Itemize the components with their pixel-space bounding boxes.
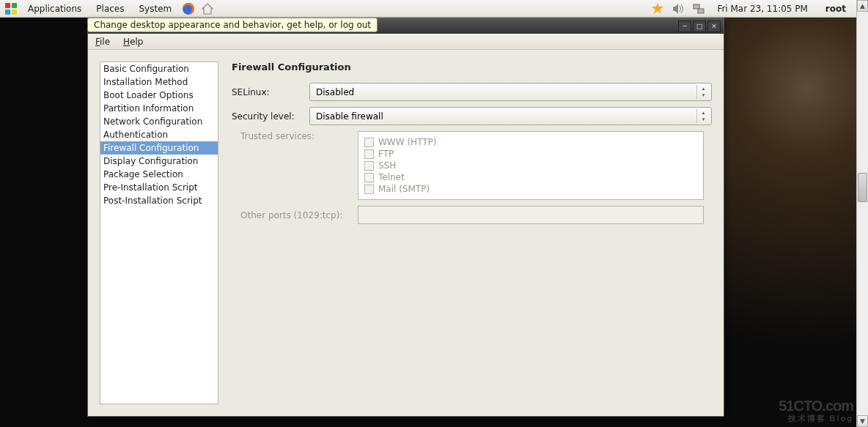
trusted-service-label: Telnet [378, 172, 405, 182]
svg-rect-1 [12, 3, 17, 8]
config-sidebar: Basic ConfigurationInstallation MethodBo… [100, 62, 218, 404]
panel-menu-applications[interactable]: Applications [23, 2, 86, 15]
trusted-service-telnet: Telnet [364, 171, 697, 183]
content-pane: Firewall Configuration SELinux: Disabled… [232, 62, 712, 404]
window-menubar: File Help [88, 34, 724, 50]
checkbox-icon [364, 149, 374, 159]
trusted-services-box: WWW (HTTP)FTPSSHTelnetMail (SMTP) [358, 131, 704, 200]
checkbox-icon [364, 173, 374, 182]
kickstart-configurator-window: rt Configurator ─ □ ✕ File Help Basic Co… [87, 18, 724, 417]
panel-menu-places[interactable]: Places [92, 2, 128, 15]
sidebar-item-partition-information[interactable]: Partition Information [100, 102, 218, 115]
chevron-updown-icon: ▴▾ [696, 109, 710, 123]
svg-rect-5 [694, 4, 699, 9]
trusted-services-label: Trusted services: [240, 131, 352, 200]
system-menu-tooltip: Change desktop appearance and behavior, … [87, 18, 378, 32]
trusted-service-label: SSH [378, 160, 396, 171]
network-icon[interactable] [692, 2, 705, 15]
trusted-service-label: Mail (SMTP) [378, 184, 430, 194]
trusted-service-mail-smtp-: Mail (SMTP) [364, 183, 697, 195]
panel-menu-system[interactable]: System [134, 2, 176, 15]
watermark: 51CTO.com 技术博客 Blog [779, 398, 853, 423]
firefox-icon[interactable] [182, 2, 195, 15]
trusted-service-ftp: FTP [364, 148, 697, 160]
scroll-down-icon[interactable]: ▼ [857, 415, 868, 427]
menu-help[interactable]: Help [120, 35, 146, 48]
security-level-value: Disable firewall [316, 111, 383, 122]
selinux-label: SELinux: [232, 87, 304, 97]
selinux-dropdown[interactable]: Disabled ▴▾ [309, 83, 712, 101]
other-ports-input [358, 206, 704, 224]
sidebar-item-boot-loader-options[interactable]: Boot Loader Options [100, 89, 218, 102]
security-level-label: Security level: [232, 111, 304, 122]
svg-rect-3 [12, 10, 17, 15]
close-button[interactable]: ✕ [707, 21, 721, 32]
scrollbar-thumb[interactable] [858, 173, 867, 202]
selinux-value: Disabled [316, 87, 354, 97]
gnome-main-icon[interactable] [4, 2, 18, 15]
svg-rect-6 [698, 9, 704, 13]
sidebar-item-firewall-configuration[interactable]: Firewall Configuration [100, 141, 218, 155]
home-icon[interactable] [201, 2, 214, 15]
menu-file[interactable]: File [92, 35, 113, 48]
sidebar-item-display-configuration[interactable]: Display Configuration [100, 155, 218, 168]
sidebar-item-installation-method[interactable]: Installation Method [100, 75, 218, 89]
checkbox-icon [364, 138, 374, 147]
svg-rect-0 [5, 3, 10, 8]
volume-icon[interactable] [672, 2, 685, 15]
chevron-updown-icon: ▴▾ [696, 85, 710, 99]
sidebar-item-basic-configuration[interactable]: Basic Configuration [100, 62, 218, 75]
sidebar-item-post-installation-script[interactable]: Post-Installation Script [100, 194, 218, 207]
trusted-service-label: FTP [378, 149, 394, 159]
gnome-top-panel: Applications Places System Fri Mar 23, 1… [0, 0, 856, 18]
panel-user[interactable]: root [820, 4, 852, 14]
checkbox-icon [364, 161, 374, 171]
scrollbar-track[interactable] [857, 12, 868, 415]
sidebar-item-authentication[interactable]: Authentication [100, 128, 218, 141]
trusted-service-label: WWW (HTTP) [378, 137, 436, 147]
maximize-button[interactable]: □ [693, 21, 706, 32]
sidebar-item-package-selection[interactable]: Package Selection [100, 168, 218, 181]
scroll-up-icon[interactable]: ▲ [857, 0, 868, 12]
checkbox-icon [364, 185, 374, 194]
trusted-service-www-http-: WWW (HTTP) [364, 136, 697, 148]
trusted-service-ssh: SSH [364, 160, 697, 171]
security-level-dropdown[interactable]: Disable firewall ▴▾ [309, 107, 712, 125]
minimize-button[interactable]: ─ [678, 21, 691, 32]
update-star-icon[interactable] [651, 2, 664, 15]
page-heading: Firewall Configuration [232, 62, 712, 73]
panel-clock[interactable]: Fri Mar 23, 11:05 PM [713, 4, 812, 14]
sidebar-item-network-configuration[interactable]: Network Configuration [100, 115, 218, 128]
sidebar-item-pre-installation-script[interactable]: Pre-Installation Script [100, 181, 218, 194]
other-ports-label: Other ports (1029:tcp): [240, 210, 352, 220]
page-scrollbar[interactable]: ▲ ▼ [856, 0, 868, 427]
svg-rect-2 [5, 10, 10, 15]
